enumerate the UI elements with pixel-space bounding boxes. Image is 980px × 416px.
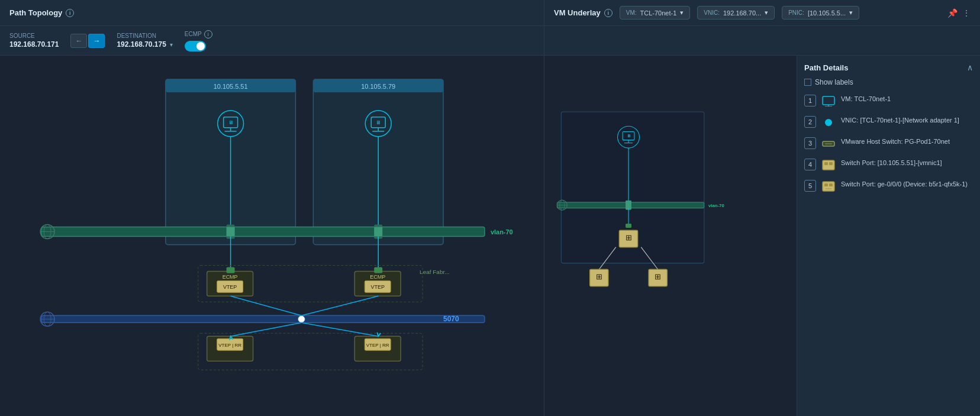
path-item-3-num: 3	[804, 137, 816, 149]
pnic-dropdown-label: PNIC:	[788, 9, 804, 16]
path-item-4-text: Switch Port: [10.105.5.51]-[vmnic1]	[841, 159, 942, 167]
vxlan-label: 5070	[443, 315, 459, 323]
svg-text:VTEP: VTEP	[223, 284, 237, 290]
path-details-header: Path Details ∧	[804, 63, 973, 72]
vm-underlay-label: VM Underlay	[554, 8, 601, 17]
source-value: 192.168.70.171	[9, 40, 59, 49]
path-item-4: 4 Switch Port: [10.105.5.51]-[vmnic1]	[804, 159, 973, 172]
svg-rect-36	[41, 315, 485, 323]
dest-field: Destination 192.168.70.175 ▾	[117, 33, 172, 49]
svg-text:VTEP: VTEP	[370, 284, 384, 290]
vm-icon	[822, 95, 835, 108]
vlan-label-left: vlan-70	[491, 228, 513, 236]
vnic-dropdown-value: 192.168.70...	[723, 9, 761, 17]
svg-rect-16	[41, 227, 485, 237]
svg-text:⊞: ⊞	[596, 272, 602, 281]
svg-text:⊞: ⊞	[626, 233, 632, 242]
svg-text:Leaf Fabr...: Leaf Fabr...	[420, 269, 449, 275]
path-topology-info-icon[interactable]: i	[66, 9, 74, 17]
path-item-1-num: 1	[804, 95, 816, 107]
svg-text:ECMP: ECMP	[223, 274, 238, 280]
svg-line-51	[301, 323, 378, 336]
collapse-button[interactable]: ∧	[967, 63, 973, 72]
ecmp-group: ECMP i	[185, 30, 212, 51]
vm-underlay-info-icon[interactable]: i	[604, 9, 612, 17]
show-labels-checkbox[interactable]	[804, 79, 811, 86]
dest-dropdown-icon[interactable]: ▾	[170, 41, 173, 48]
path-topology-label: Path Topology	[9, 8, 62, 17]
source-field: Source 192.168.70.171	[9, 33, 59, 49]
node2-ip-label: 10.105.5.79	[361, 83, 395, 90]
svg-line-50	[231, 323, 302, 336]
path-details-sidebar: Path Details ∧ Show labels 1	[797, 56, 980, 416]
path-item-3-text: VMware Host Switch: PG-Pod1-70net	[841, 137, 950, 146]
vnic-chevron-icon: ▾	[765, 9, 768, 17]
svg-rect-84	[823, 182, 834, 191]
left-panel-header: Path Topology i	[0, 0, 544, 25]
vm-chevron-icon: ▾	[680, 9, 684, 17]
svg-line-41	[231, 296, 302, 315]
path-item-1-text: VM: TCL-70net-1	[841, 95, 891, 104]
svg-rect-85	[824, 183, 828, 186]
switch-port-icon	[822, 159, 835, 172]
node1-ip-label: 10.105.5.51	[214, 83, 248, 90]
ecmp-info-icon[interactable]: i	[204, 30, 212, 38]
svg-text:🖥: 🖥	[376, 120, 381, 125]
svg-text:⊞: ⊞	[655, 272, 661, 281]
path-item-2-text: VNIC: [TCL-70net-1]-[Network adapter 1]	[841, 116, 959, 125]
switch-port2-icon	[822, 180, 835, 193]
pnic-dropdown-value: [10.105.5.5...	[808, 9, 846, 17]
path-item-5-num: 5	[804, 180, 816, 192]
dest-label: Destination	[117, 33, 172, 39]
path-item-2: 2 VNIC: [TCL-70net-1]-[Network adapter 1…	[804, 116, 973, 129]
source-dest-bar: Source 192.168.70.171 ← → Destination 19…	[0, 26, 544, 55]
path-item-5: 5 Switch Port: ge-0/0/0 (Device: b5r1-qf…	[804, 180, 973, 193]
arrow-right-btn[interactable]: →	[88, 34, 105, 48]
svg-rect-83	[829, 162, 833, 165]
right-panel-header: VM Underlay i VM: TCL-70net-1 ▾ VNIC: 19…	[544, 0, 980, 25]
ecmp-label-text: ECMP	[185, 31, 202, 37]
svg-rect-81	[823, 160, 834, 170]
left-topology-panel: 10.105.5.51 10.105.5.79 🖥 🖥	[0, 56, 544, 416]
more-options-icon[interactable]: ⋮	[962, 8, 971, 18]
svg-point-40	[298, 315, 305, 323]
svg-rect-20	[374, 227, 382, 237]
vm-dropdown-label: VM:	[626, 9, 637, 16]
path-item-2-num: 2	[804, 116, 816, 128]
vm-underlay-title: VM Underlay i	[554, 8, 612, 17]
svg-rect-76	[823, 96, 834, 105]
svg-rect-67	[626, 224, 631, 228]
svg-text:VTEP | RR: VTEP | RR	[218, 343, 241, 348]
right-topology: 🖥 vlan-70 ⊞	[544, 56, 797, 416]
svg-rect-53	[374, 267, 382, 273]
source-label: Source	[9, 33, 59, 39]
path-details-title: Path Details	[804, 63, 848, 72]
topology-svg: 10.105.5.51 10.105.5.79 🖥 🖥	[0, 56, 544, 416]
svg-rect-86	[829, 183, 833, 186]
svg-text:🖥: 🖥	[228, 120, 234, 125]
show-labels-row: Show labels	[804, 78, 973, 86]
host-switch-icon	[822, 137, 835, 150]
svg-line-42	[301, 296, 378, 315]
right-panel: 🖥 vlan-70 ⊞	[544, 56, 980, 416]
vnic-dropdown[interactable]: VNIC: 192.168.70... ▾	[697, 6, 775, 20]
pin-icon[interactable]: 📌	[947, 8, 958, 18]
svg-text:VTEP | RR: VTEP | RR	[366, 343, 389, 348]
vnic-icon	[822, 116, 835, 129]
source-dest-right-spacer	[544, 26, 980, 55]
vm-dropdown-value: TCL-70net-1	[640, 9, 677, 17]
svg-text:ECMP: ECMP	[370, 274, 385, 280]
path-item-5-text: Switch Port: ge-0/0/0 (Device: b5r1-qfx5…	[841, 180, 968, 189]
vm-dropdown[interactable]: VM: TCL-70net-1 ▾	[620, 6, 691, 20]
vlan-label-right: vlan-70	[708, 203, 725, 208]
svg-rect-82	[824, 162, 828, 165]
show-labels-text: Show labels	[815, 78, 853, 86]
path-item-3: 3 VMware Host Switch: PG-Pod1-70net	[804, 137, 973, 150]
ecmp-toggle[interactable]	[185, 41, 206, 51]
dest-value: 192.168.70.175	[117, 40, 166, 49]
svg-rect-18	[227, 227, 235, 237]
pnic-dropdown[interactable]: PNIC: [10.105.5.5... ▾	[782, 6, 859, 20]
arrow-left-btn[interactable]: ←	[70, 34, 87, 48]
svg-text:🖥: 🖥	[627, 134, 631, 138]
vnic-dropdown-label: VNIC:	[704, 9, 720, 16]
